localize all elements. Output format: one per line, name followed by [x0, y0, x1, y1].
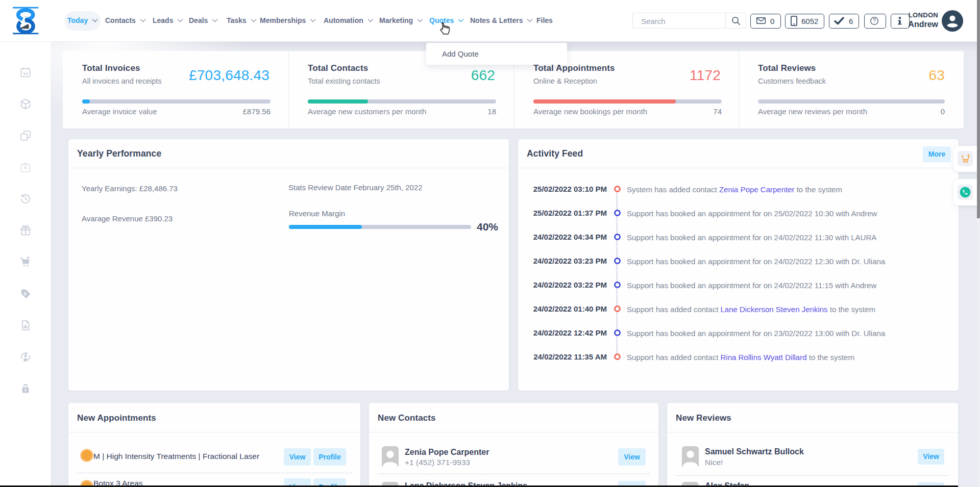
svg-text:$: $	[24, 291, 27, 296]
svg-text:12: 12	[23, 71, 28, 76]
svg-text:?: ?	[873, 18, 876, 23]
